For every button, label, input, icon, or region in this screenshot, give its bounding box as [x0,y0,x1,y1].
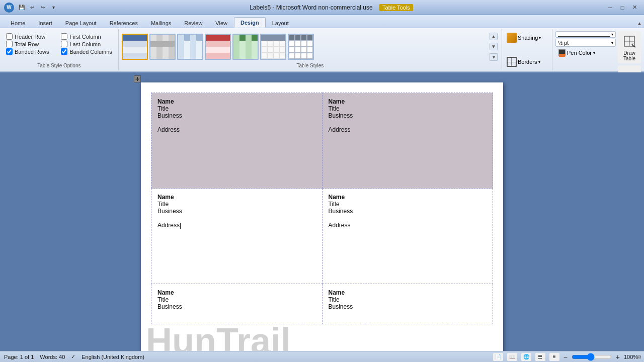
save-button[interactable]: 💾 [17,3,26,12]
table-styles-content: ▲ ▼ ▾ [122,31,499,62]
zoom-in-button[interactable]: + [616,353,620,361]
tab-home[interactable]: Home [4,18,32,28]
last-column-checkbox[interactable] [61,41,67,47]
shading-dropdown[interactable]: Shading ▾ [505,31,549,44]
pen-color-arrow-icon: ▾ [593,51,595,55]
draw-table-label: DrawTable [623,50,635,61]
draw-borders-controls: ▾ ½ pt ▾ Pen Color ▾ [555,31,616,68]
label-cell-2-1[interactable]: Name Title Business Address| [151,189,323,284]
language-label: English (United Kingdom) [82,354,144,360]
banded-rows-checkbox[interactable] [6,48,13,55]
table-styles-scroll: ▲ ▼ ▾ [489,32,499,62]
pen-weight-dropdown[interactable]: ½ pt ▾ [555,39,616,47]
draw-borders-expand[interactable]: ⧉ [637,354,641,360]
cell-address-2-1[interactable]: Address| [157,222,316,229]
full-screen-view-button[interactable]: 📖 [507,353,517,361]
proofing-icon[interactable]: ✓ [71,353,75,360]
redo-button[interactable]: ↪ [38,3,47,12]
cell-business-1-1: Business [157,112,316,119]
label-cell-1-1[interactable]: Name Title Business Address [151,93,323,189]
tab-mailings[interactable]: Mailings [144,18,178,28]
pen-style-line [558,33,610,37]
scroll-more-button[interactable]: ▾ [490,53,498,61]
table-row: Name Title Business Address| Name Title … [151,189,493,284]
draw-table-button[interactable]: DrawTable [618,31,641,63]
table-style-4[interactable] [205,34,231,60]
table-style-6[interactable] [260,34,286,60]
style-options-checkboxes: Header Row First Column Total Row Last C… [3,31,115,57]
draw-table-icon [621,33,637,49]
scroll-up-button[interactable]: ▲ [490,33,498,40]
tab-insert[interactable]: Insert [32,18,59,28]
banded-rows-option[interactable]: Banded Rows [6,48,57,55]
pen-color-label: Pen Color [567,50,592,56]
print-layout-view-button[interactable]: 📄 [493,353,503,361]
watermark-text: HunTrail [146,323,291,351]
table-style-7[interactable] [288,34,314,60]
cell-title-3-1: Title [157,296,316,303]
pen-style-dropdown[interactable]: ▾ [555,31,616,38]
web-layout-view-button[interactable]: 🌐 [521,353,531,361]
label-cell-3-2[interactable]: Name Title Business [322,284,493,324]
cell-title-1-1: Title [157,105,316,112]
draw-borders-group: ▾ ½ pt ▾ Pen Color ▾ [552,29,644,70]
table-move-handle[interactable]: ✛ [134,75,141,82]
outline-view-button[interactable]: ☰ [535,353,545,361]
borders-arrow-icon: ▾ [538,60,540,64]
label-cell-3-1[interactable]: Name Title Business [151,284,323,324]
cell-gap-2-1 [157,215,316,222]
window-title: Labels5 - Microsoft Word non-commercial … [58,4,605,11]
document-area: ✛ Name Title Business Address Name Title… [0,72,644,351]
total-row-option[interactable]: Total Row [6,41,57,47]
cell-name-2-2: Name [329,194,487,201]
tab-page-layout[interactable]: Page Layout [59,18,103,28]
word-count: Words: 40 [40,354,65,360]
cell-title-1-2: Title [329,105,487,112]
zoom-out-button[interactable]: − [564,353,568,361]
close-button[interactable]: ✕ [629,3,640,13]
tab-view[interactable]: View [209,18,234,28]
table-style-options-label: Table Style Options [3,62,115,68]
minimize-button[interactable]: ─ [605,3,616,13]
undo-button[interactable]: ↩ [28,3,37,12]
header-row-option[interactable]: Header Row [6,33,57,40]
scroll-down-button[interactable]: ▼ [490,43,498,50]
last-column-option[interactable]: Last Column [61,41,112,47]
ribbon: Header Row First Column Total Row Last C… [0,28,644,72]
table-styles-row [122,34,487,60]
title-bar-left: W 💾 ↩ ↪ ▾ [4,3,58,13]
table-style-1[interactable] [122,34,148,60]
borders-icon [507,57,517,67]
banded-columns-label: Banded Columns [69,49,112,55]
header-row-checkbox[interactable] [6,33,13,40]
label-cell-1-2[interactable]: Name Title Business Address [322,93,493,189]
banded-columns-checkbox[interactable] [61,48,67,55]
pen-weight-arrow-icon: ▾ [611,41,613,45]
label-cell-2-2[interactable]: Name Title Business Address [322,189,493,284]
table-style-2[interactable] [149,34,176,60]
tab-design[interactable]: Design [234,17,266,28]
cell-title-2-1: Title [157,201,316,208]
qat-more-button[interactable]: ▾ [49,3,58,12]
ribbon-collapse-button[interactable]: ▲ [635,19,644,28]
document-page: ✛ Name Title Business Address Name Title… [141,82,503,351]
cell-address-2-2: Address [329,222,487,229]
maximize-button[interactable]: □ [617,3,628,13]
tab-review[interactable]: Review [178,18,209,28]
tab-references[interactable]: References [103,18,144,28]
pen-color-button[interactable]: Pen Color ▾ [555,48,616,58]
cell-gap-1-2 [329,119,487,126]
total-row-label: Total Row [15,41,39,47]
first-column-checkbox[interactable] [61,33,67,40]
draw-erase-buttons: DrawTable Eraser [618,31,641,68]
zoom-slider[interactable] [572,353,612,361]
first-column-option[interactable]: First Column [61,33,112,40]
draft-view-button[interactable]: ≡ [549,353,559,361]
banded-columns-option[interactable]: Banded Columns [61,48,112,55]
borders-dropdown[interactable]: Borders ▾ [505,55,549,68]
shading-arrow-icon: ▾ [539,36,541,40]
table-style-5[interactable] [232,34,259,60]
total-row-checkbox[interactable] [6,41,13,47]
table-style-3[interactable] [177,34,203,60]
tab-layout[interactable]: Layout [266,18,295,28]
